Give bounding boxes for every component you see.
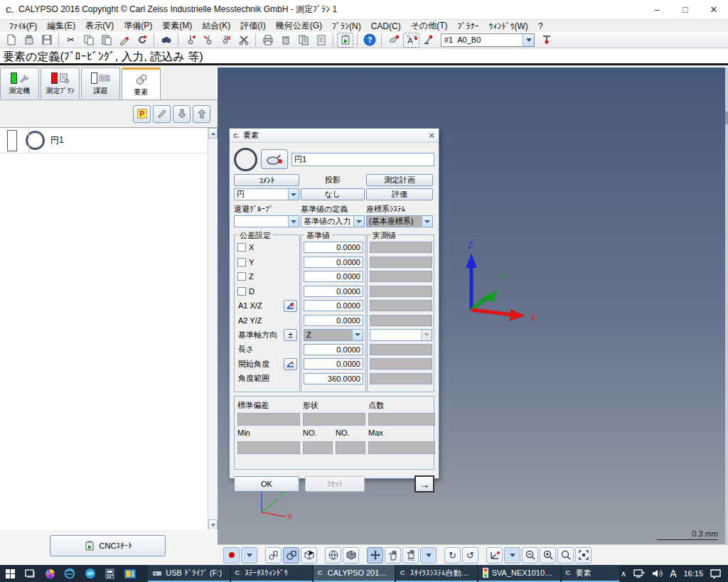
stylus-change-icon[interactable] xyxy=(385,33,402,48)
task-sva[interactable]: SVA_NEX10106-C6 xyxy=(478,565,560,582)
menu-view[interactable]: 表示(V) xyxy=(80,19,119,33)
checkbox-z[interactable] xyxy=(237,272,246,281)
evaluation-button[interactable]: 評価 xyxy=(366,188,433,200)
nominal-a1-input[interactable]: 0.0000 xyxy=(304,300,363,311)
nominal-z-input[interactable]: 0.0000 xyxy=(304,271,363,282)
minimize-button[interactable]: – xyxy=(643,0,671,19)
checkbox-d[interactable] xyxy=(237,287,246,296)
tab-measurement-plan[interactable]: 測定ﾌﾟﾗﾝ xyxy=(41,68,80,99)
nominal-y-input[interactable]: 0.0000 xyxy=(304,257,363,268)
print-icon[interactable] xyxy=(259,33,276,48)
zoom-fit-button[interactable] xyxy=(575,547,592,564)
checkbox-x[interactable] xyxy=(237,243,246,252)
clock[interactable]: 16:15 xyxy=(683,569,703,578)
paste-icon[interactable] xyxy=(98,33,114,48)
zoom-out-button[interactable] xyxy=(522,547,538,564)
tab-characteristics[interactable]: 課題 xyxy=(81,68,120,99)
edge-icon[interactable] xyxy=(80,565,100,582)
close-button[interactable]: ✕ xyxy=(700,0,728,19)
probe-delete-icon[interactable] xyxy=(218,33,234,48)
cnc-run-icon[interactable] xyxy=(337,33,353,48)
probe-selector-dropdown[interactable] xyxy=(523,34,534,46)
maximize-button[interactable]: □ xyxy=(671,0,700,19)
network-icon[interactable] xyxy=(633,569,645,578)
menu-prepare[interactable]: 準備(P) xyxy=(119,19,157,33)
task-stylus-system[interactable]: C. ｽﾀｲﾗｽｼｽﾃﾑ自動交... xyxy=(396,565,477,582)
menu-help[interactable]: ? xyxy=(533,21,548,32)
pan-xyz-button[interactable]: XYZ xyxy=(402,547,419,564)
copy-icon[interactable] xyxy=(80,33,97,48)
probing-points-button[interactable]: P xyxy=(133,105,151,123)
menu-file[interactable]: ﾌｧｲﾙ(F) xyxy=(4,21,42,32)
menu-window[interactable]: ｳｨﾝﾄﾞｳ(W) xyxy=(484,21,533,32)
photos-app-icon[interactable] xyxy=(40,565,60,582)
cnc-start-button[interactable]: CNCｽﾀｰﾄ xyxy=(50,535,166,556)
feature-type-combo[interactable]: 円 xyxy=(234,188,299,200)
edit-button[interactable] xyxy=(153,105,171,123)
next-feature-button[interactable]: → xyxy=(414,475,434,492)
move-up-button[interactable] xyxy=(193,105,210,123)
tab-features[interactable]: 要素 xyxy=(122,68,161,100)
format-brush-icon[interactable] xyxy=(116,33,132,48)
dialog-close-icon[interactable]: ✕ xyxy=(428,131,435,141)
record-dropdown[interactable] xyxy=(241,547,257,564)
zoom-in-button[interactable] xyxy=(540,547,556,564)
stylus-qualify-icon[interactable]: A xyxy=(403,33,419,48)
probe-settings-icon[interactable] xyxy=(182,33,198,48)
menu-edit[interactable]: 編集(E) xyxy=(42,19,80,33)
report-list-icon[interactable] xyxy=(313,33,329,48)
axis-align-dropdown[interactable] xyxy=(504,547,520,564)
stylus-position-icon[interactable] xyxy=(421,33,437,48)
coord-system-combo[interactable]: (基本座標系) xyxy=(366,215,433,227)
menu-construction[interactable]: 結合(K) xyxy=(197,19,235,33)
cut-icon[interactable]: ✂ xyxy=(63,33,79,48)
image-viewer-icon[interactable] xyxy=(120,565,140,582)
calculator-icon[interactable] xyxy=(100,565,120,582)
measurement-plan-button[interactable]: 測定計画 xyxy=(366,174,433,186)
feature-list-scrollbar[interactable] xyxy=(208,128,218,530)
sphere-view-button[interactable] xyxy=(325,547,341,564)
splitter-handle[interactable] xyxy=(725,112,728,124)
axis-sign-button[interactable]: ± xyxy=(284,329,297,341)
ime-indicator[interactable]: A xyxy=(670,568,676,579)
refresh-icon[interactable] xyxy=(134,33,150,48)
new-document-icon[interactable] xyxy=(3,33,19,48)
scroll-up-button[interactable] xyxy=(208,128,218,139)
notification-icon[interactable] xyxy=(710,569,721,578)
a1-constraint-button[interactable] xyxy=(284,300,297,312)
menu-cad[interactable]: CAD(C) xyxy=(366,21,406,32)
recall-group-combo[interactable] xyxy=(234,215,299,227)
wireframe-view-button[interactable] xyxy=(301,547,317,564)
menu-extras[interactable]: その他(T) xyxy=(406,19,453,33)
open-icon[interactable] xyxy=(21,33,37,48)
task-calypso[interactable]: C. CALYPSO 2016 Co... xyxy=(314,565,395,582)
menu-evaluation[interactable]: 評価(I) xyxy=(235,19,270,33)
checkbox-y[interactable] xyxy=(237,258,246,266)
show-probings-button[interactable] xyxy=(265,547,282,564)
solid-view-button[interactable] xyxy=(343,547,359,564)
zoom-window-button[interactable] xyxy=(557,547,574,564)
task-usb-drive[interactable]: USB ﾄﾞﾗｲﾌﾞ (F:) xyxy=(148,565,229,582)
rotate-cw-button[interactable]: ↻ xyxy=(444,547,461,564)
search-icon[interactable] xyxy=(158,33,174,48)
pan-xyz-dropdown[interactable] xyxy=(420,547,437,564)
tray-chevron-icon[interactable]: ∧ xyxy=(621,569,626,578)
help-icon[interactable]: ? xyxy=(361,33,378,48)
tab-cmm[interactable]: 測定機 xyxy=(0,68,39,99)
ie-icon[interactable] xyxy=(60,565,80,582)
start-button[interactable] xyxy=(0,565,20,582)
comment-button[interactable]: ｺﾒﾝﾄ xyxy=(234,174,299,186)
probe-holder-icon[interactable] xyxy=(538,33,555,48)
nominal-angle-range-input[interactable]: 360.0000 xyxy=(304,373,363,384)
start-angle-button[interactable] xyxy=(284,358,297,370)
feature-name-input[interactable] xyxy=(291,153,434,166)
report-copy-icon[interactable] xyxy=(295,33,311,48)
probe-strategy-button[interactable] xyxy=(261,149,288,169)
record-button[interactable] xyxy=(223,547,240,564)
show-features-button[interactable] xyxy=(283,547,299,564)
nominal-d-input[interactable]: 0.0000 xyxy=(304,286,363,297)
scroll-down-button[interactable] xyxy=(208,519,218,530)
cad-viewport[interactable]: Z Y X Z Y X 0.3 mm xyxy=(218,68,728,544)
delete-icon[interactable] xyxy=(277,33,294,48)
probe-cut-icon[interactable] xyxy=(235,33,252,48)
